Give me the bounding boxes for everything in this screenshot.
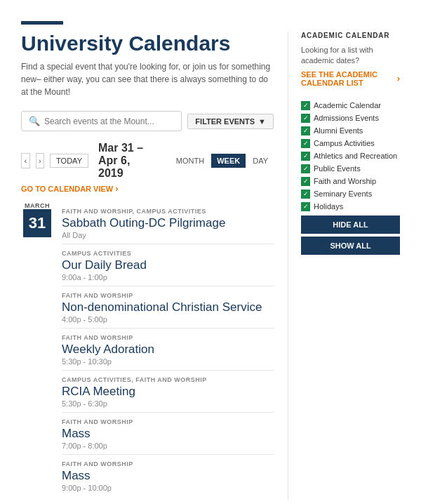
- show-all-button[interactable]: SHOW ALL: [301, 237, 400, 255]
- event-item: FAITH AND WORSHIP Weekly Adoration 5:30p…: [62, 328, 274, 370]
- day-tab[interactable]: DAY: [247, 154, 274, 168]
- event-time: 7:00p - 8:00p: [62, 442, 274, 450]
- date-range: Mar 31 – Apr 6, 2019: [98, 142, 155, 180]
- month-tab[interactable]: MONTH: [171, 154, 210, 168]
- filter-item[interactable]: ✓ Faith and Worship: [301, 177, 400, 186]
- search-input[interactable]: [44, 117, 174, 126]
- top-accent: [21, 21, 63, 25]
- filter-label: Academic Calendar: [314, 101, 381, 110]
- filter-checkbox[interactable]: ✓: [301, 114, 310, 123]
- filter-label: Faith and Worship: [314, 177, 376, 185]
- view-tabs: MONTH WEEK DAY: [171, 154, 274, 168]
- event-item: CAMPUS ACTIVITIES, FAITH AND WORSHIP RCI…: [62, 370, 274, 412]
- check-icon: ✓: [303, 165, 309, 172]
- filter-item[interactable]: ✓ Public Events: [301, 164, 400, 173]
- filter-item[interactable]: ✓ Admissions Events: [301, 114, 400, 123]
- event-time: 5:30p - 6:30p: [62, 399, 274, 408]
- filter-checkbox[interactable]: ✓: [301, 139, 310, 148]
- check-icon: ✓: [303, 152, 309, 159]
- check-icon: ✓: [303, 140, 309, 147]
- filter-checkbox[interactable]: ✓: [301, 152, 310, 161]
- event-time: 9:00a - 1:00p: [62, 273, 274, 281]
- page-container: University Calendars Find a special even…: [0, 0, 421, 504]
- filter-label: Campus Activities: [314, 139, 375, 147]
- event-time: All Day: [62, 231, 274, 239]
- check-icon: ✓: [303, 203, 309, 210]
- filter-label: Holidays: [314, 202, 343, 211]
- event-item: CAMPUS ACTIVITIES Our Daily Bread 9:00a …: [62, 244, 274, 286]
- filter-item[interactable]: ✓ Seminary Events: [301, 190, 400, 199]
- nav-bar-wrapper: ‹ › TODAY Mar 31 – Apr 6, 2019 MONTH WEE…: [21, 142, 274, 180]
- prev-button[interactable]: ‹: [21, 153, 30, 168]
- event-time: 4:00p - 5:00p: [62, 315, 274, 324]
- event-item: FAITH AND WORSHIP Mass 9:00p - 10:00p: [62, 454, 274, 496]
- go-to-calendar-label: GO TO CALENDAR VIEW: [21, 185, 113, 193]
- search-wrapper: 🔍: [21, 111, 182, 131]
- day-number-box: 31: [23, 209, 51, 237]
- next-button[interactable]: ›: [36, 153, 45, 168]
- academic-calendar-heading: ACADEMIC CALENDAR: [301, 32, 400, 39]
- event-item: FAITH AND WORSHIP Non-denominational Chr…: [62, 286, 274, 328]
- events-section: MARCH 31 FAITH AND WORSHIP, CAMPUS ACTIV…: [21, 202, 274, 496]
- search-icon: 🔍: [29, 116, 40, 126]
- filter-checkbox[interactable]: ✓: [301, 190, 310, 199]
- filter-checkbox[interactable]: ✓: [301, 126, 310, 135]
- event-category: FAITH AND WORSHIP: [62, 460, 274, 467]
- check-icon: ✓: [303, 190, 309, 197]
- filter-label: Seminary Events: [314, 190, 372, 198]
- event-title[interactable]: Mass: [62, 427, 274, 441]
- filter-item[interactable]: ✓ Campus Activities: [301, 139, 400, 148]
- filter-events-button[interactable]: FILTER EVENTS ▼: [187, 114, 274, 129]
- event-title[interactable]: Sabbath Outing-DC Pilgrimage: [62, 216, 274, 230]
- event-title[interactable]: Weekly Adoration: [62, 343, 274, 357]
- filter-label: Admissions Events: [314, 114, 379, 122]
- event-item: FAITH AND WORSHIP, CAMPUS ACTIVITIES Sab…: [62, 202, 274, 244]
- academic-calendar-link[interactable]: SEE THE ACADEMIC CALENDAR LIST ›: [301, 70, 400, 87]
- event-title[interactable]: Mass: [62, 469, 274, 483]
- filter-checkbox[interactable]: ✓: [301, 177, 310, 186]
- event-category: CAMPUS ACTIVITIES: [62, 250, 274, 257]
- event-category: FAITH AND WORSHIP: [62, 334, 274, 341]
- event-category: CAMPUS ACTIVITIES, FAITH AND WORSHIP: [62, 376, 274, 383]
- filter-checkbox[interactable]: ✓: [301, 164, 310, 173]
- academic-calendar-text: Looking for a list with academic dates?: [301, 45, 400, 67]
- filter-item[interactable]: ✓ Athletics and Recreation: [301, 152, 400, 161]
- go-to-calendar-arrow-icon: ›: [115, 183, 118, 194]
- event-item: FAITH AND WORSHIP Mass 7:00p - 8:00p: [62, 412, 274, 454]
- event-title[interactable]: Non-denominational Christian Service: [62, 300, 274, 314]
- event-category: FAITH AND WORSHIP: [62, 418, 274, 425]
- day-row: MARCH 31 FAITH AND WORSHIP, CAMPUS ACTIV…: [21, 202, 274, 496]
- academic-calendar-link-label: SEE THE ACADEMIC CALENDAR LIST: [301, 70, 394, 87]
- event-title[interactable]: RCIA Meeting: [62, 385, 274, 399]
- filter-arrow-icon: ▼: [258, 117, 266, 126]
- day-badge: MARCH 31: [21, 202, 53, 496]
- today-button[interactable]: TODAY: [50, 154, 88, 168]
- search-filter-row: 🔍 FILTER EVENTS ▼: [21, 111, 274, 131]
- check-icon: ✓: [303, 178, 309, 185]
- filter-checkbox[interactable]: ✓: [301, 202, 310, 211]
- filter-label: FILTER EVENTS: [195, 117, 255, 126]
- academic-calendar-link-arrow-icon: ›: [397, 73, 400, 84]
- day-month: MARCH: [25, 202, 50, 209]
- event-time: 5:30p - 10:30p: [62, 357, 274, 366]
- week-tab[interactable]: WEEK: [211, 154, 246, 168]
- event-category: FAITH AND WORSHIP: [62, 292, 274, 299]
- event-title[interactable]: Our Daily Bread: [62, 258, 274, 272]
- events-for-day: FAITH AND WORSHIP, CAMPUS ACTIVITIES Sab…: [62, 202, 274, 496]
- calendar-filters: ✓ Academic Calendar ✓ Admissions Events …: [301, 101, 400, 211]
- filter-checkbox[interactable]: ✓: [301, 101, 310, 110]
- hide-all-button[interactable]: HIDE ALL: [301, 215, 400, 234]
- check-icon: ✓: [303, 102, 309, 109]
- right-sidebar: ACADEMIC CALENDAR Looking for a list wit…: [288, 32, 400, 500]
- event-time: 9:00p - 10:00p: [62, 484, 274, 492]
- left-col: University Calendars Find a special even…: [21, 32, 274, 500]
- page-subtitle: Find a special event that you're looking…: [21, 60, 274, 98]
- filter-item[interactable]: ✓ Academic Calendar: [301, 101, 400, 110]
- page-title: University Calendars: [21, 32, 274, 55]
- check-icon: ✓: [303, 114, 309, 121]
- go-to-calendar-link[interactable]: GO TO CALENDAR VIEW ›: [21, 183, 274, 194]
- filter-item[interactable]: ✓ Alumni Events: [301, 126, 400, 135]
- event-category: FAITH AND WORSHIP, CAMPUS ACTIVITIES: [62, 208, 274, 215]
- filter-label: Athletics and Recreation: [314, 152, 397, 160]
- filter-item[interactable]: ✓ Holidays: [301, 202, 400, 211]
